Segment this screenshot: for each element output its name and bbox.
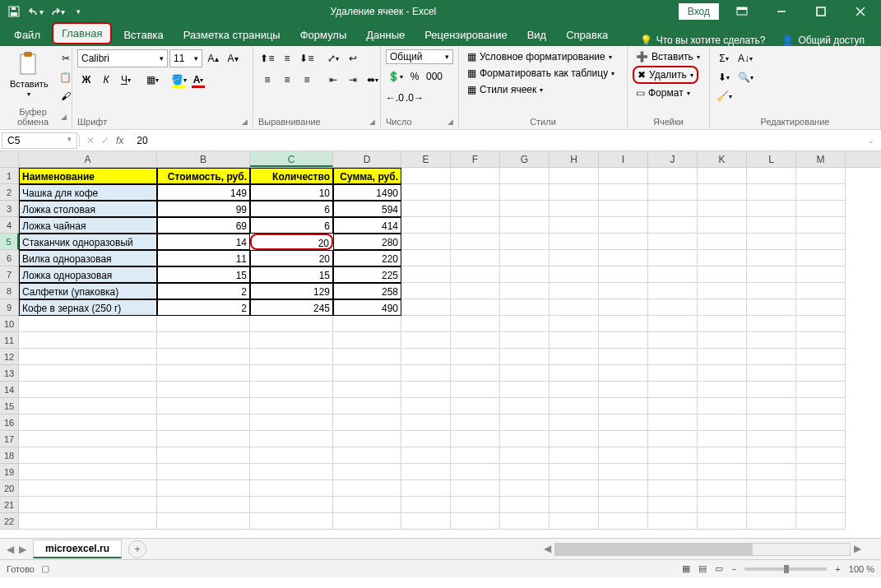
cell[interactable] (451, 414, 500, 431)
cell[interactable] (796, 382, 846, 398)
view-page-break-icon[interactable]: ▭ (715, 563, 723, 574)
cell[interactable] (500, 217, 549, 234)
cell[interactable] (19, 513, 157, 530)
column-header[interactable]: C (250, 151, 333, 167)
cell[interactable] (157, 480, 250, 497)
cell[interactable] (599, 464, 648, 480)
wrap-text-icon[interactable]: ↩ (344, 49, 362, 67)
cell[interactable] (19, 332, 157, 349)
cell[interactable] (747, 497, 796, 513)
cell[interactable]: Ложка столовая (19, 201, 157, 217)
cell[interactable] (401, 365, 451, 382)
cell[interactable] (698, 431, 747, 447)
cell[interactable] (157, 349, 250, 365)
column-header[interactable]: I (599, 151, 648, 167)
cell-styles-button[interactable]: ▦Стили ячеек▾ (464, 82, 546, 97)
cell[interactable] (796, 447, 846, 464)
sheet-nav-next-icon[interactable]: ▶ (19, 544, 26, 555)
cell[interactable] (500, 480, 549, 497)
cell[interactable] (500, 283, 549, 299)
cell[interactable]: Стоимость, руб. (157, 168, 250, 184)
row-header[interactable]: 6 (0, 250, 19, 266)
column-header[interactable]: K (698, 151, 747, 167)
cell[interactable] (157, 382, 250, 398)
undo-icon[interactable]: ▾ (26, 2, 45, 21)
cell[interactable] (796, 365, 846, 382)
row-header[interactable]: 2 (0, 184, 19, 201)
cell[interactable] (796, 234, 846, 250)
row-header[interactable]: 3 (0, 201, 19, 217)
tab-review[interactable]: Рецензирование (415, 24, 517, 46)
cell[interactable] (549, 398, 599, 414)
dialog-launcher-icon[interactable]: ◢ (447, 118, 453, 126)
cell[interactable] (333, 464, 401, 480)
cell[interactable]: 414 (333, 217, 401, 234)
cell[interactable] (747, 299, 796, 316)
cell[interactable] (648, 316, 698, 332)
cell[interactable] (796, 283, 846, 299)
column-header[interactable]: L (747, 151, 796, 167)
sheet-tab[interactable]: microexcel.ru (33, 539, 122, 558)
cell[interactable] (698, 201, 747, 217)
cell[interactable] (401, 217, 451, 234)
cell[interactable] (599, 234, 648, 250)
qat-customize-icon[interactable]: ▾ (68, 2, 88, 21)
paste-button[interactable]: Вставить ▾ (5, 49, 53, 100)
cell[interactable]: 594 (333, 201, 401, 217)
cell[interactable] (599, 431, 648, 447)
cell[interactable] (401, 234, 451, 250)
tab-layout[interactable]: Разметка страницы (174, 24, 290, 46)
cell[interactable] (451, 431, 500, 447)
cell[interactable] (401, 414, 451, 431)
cell[interactable] (451, 250, 500, 266)
cell[interactable] (401, 283, 451, 299)
cell[interactable] (599, 398, 648, 414)
cell[interactable] (157, 332, 250, 349)
cell[interactable] (599, 365, 648, 382)
cell[interactable] (500, 299, 549, 316)
cell[interactable] (451, 184, 500, 201)
cell[interactable] (599, 349, 648, 365)
row-header[interactable]: 4 (0, 217, 19, 234)
cell[interactable] (250, 349, 333, 365)
cell[interactable] (747, 234, 796, 250)
cell[interactable] (648, 168, 698, 184)
font-size-combo[interactable]: 11▾ (169, 49, 202, 67)
cancel-formula-icon[interactable]: ✕ (86, 135, 95, 146)
cell[interactable] (599, 497, 648, 513)
cell[interactable] (648, 266, 698, 283)
cell[interactable] (451, 480, 500, 497)
cell[interactable] (747, 365, 796, 382)
column-header[interactable]: E (401, 151, 451, 167)
cell[interactable] (698, 497, 747, 513)
row-header[interactable]: 16 (0, 414, 19, 431)
cell[interactable] (549, 266, 599, 283)
cell[interactable] (250, 464, 333, 480)
cell[interactable] (747, 217, 796, 234)
cell[interactable] (698, 480, 747, 497)
cell[interactable] (401, 431, 451, 447)
cell[interactable]: 15 (250, 266, 333, 283)
column-header[interactable]: H (549, 151, 599, 167)
cell[interactable] (401, 447, 451, 464)
font-color-icon[interactable]: А▾ (189, 71, 207, 89)
row-header[interactable]: 10 (0, 316, 19, 332)
cell[interactable] (796, 497, 846, 513)
cell[interactable]: Ложка чайная (19, 217, 157, 234)
borders-icon[interactable]: ▦▾ (143, 71, 161, 89)
fx-icon[interactable]: fx (116, 135, 123, 146)
tab-help[interactable]: Справка (556, 24, 618, 46)
find-select-icon[interactable]: 🔍▾ (736, 68, 754, 86)
clear-icon[interactable]: 🧹▾ (715, 87, 733, 105)
align-center-icon[interactable]: ≡ (278, 71, 296, 89)
cell[interactable] (250, 513, 333, 530)
percent-icon[interactable]: % (406, 67, 424, 86)
cell[interactable] (500, 234, 549, 250)
cell[interactable] (648, 398, 698, 414)
tab-insert[interactable]: Вставка (114, 24, 173, 46)
cell[interactable] (747, 480, 796, 497)
increase-decimal-icon[interactable]: ←.0 (386, 89, 404, 107)
cell[interactable] (599, 283, 648, 299)
cell[interactable] (451, 464, 500, 480)
cell[interactable] (796, 168, 846, 184)
